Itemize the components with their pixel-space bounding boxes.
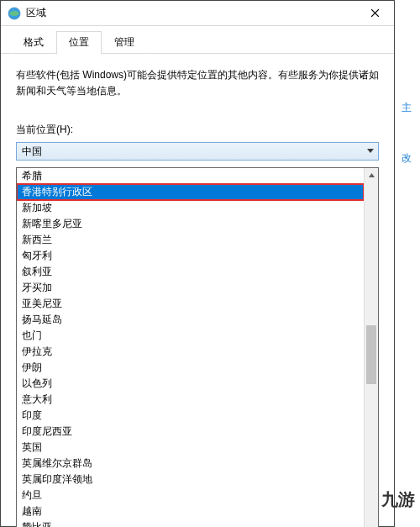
dropdown-item[interactable]: 香港特别行政区: [17, 184, 364, 200]
location-combobox[interactable]: 中国: [16, 142, 379, 161]
dropdown-item[interactable]: 英属印度洋领地: [17, 472, 364, 487]
dropdown-item[interactable]: 扬马延岛: [17, 312, 364, 328]
dropdown-item[interactable]: 牙买加: [17, 280, 364, 296]
globe-icon: [8, 7, 21, 20]
tab-label: 格式: [24, 36, 44, 48]
tab-format[interactable]: 格式: [11, 31, 56, 54]
dropdown-item[interactable]: 英属维尔京群岛: [17, 456, 364, 472]
dropdown-item[interactable]: 伊朗: [17, 360, 364, 376]
scrollbar[interactable]: [364, 168, 378, 527]
region-dialog: 区域 格式 位置 管理 有些软件(包括 Windows)可能会提供特定位置的其他…: [0, 0, 395, 527]
tab-label: 位置: [69, 36, 89, 48]
dropdown-item[interactable]: 赞比亚: [17, 519, 364, 527]
window-title: 区域: [26, 6, 356, 20]
dropdown-item[interactable]: 越南: [17, 503, 364, 519]
dropdown-item[interactable]: 亚美尼亚: [17, 296, 364, 312]
tab-location[interactable]: 位置: [56, 31, 102, 55]
bg-link-fragment: 改: [402, 151, 412, 166]
location-dropdown: 希腊香港特别行政区新加坡新喀里多尼亚新西兰匈牙利叙利亚牙买加亚美尼亚扬马延岛也门…: [16, 167, 379, 527]
background-window-strip: 主 改: [395, 0, 420, 527]
dropdown-item[interactable]: 也门: [17, 328, 364, 344]
dropdown-item[interactable]: 印度尼西亚: [17, 424, 364, 440]
tab-manage[interactable]: 管理: [102, 31, 147, 54]
chevron-down-icon: [363, 143, 378, 160]
close-button[interactable]: [356, 1, 394, 26]
scroll-thumb[interactable]: [366, 325, 376, 384]
current-location-label: 当前位置(H):: [16, 123, 379, 137]
dropdown-item[interactable]: 以色列: [17, 376, 364, 392]
dropdown-item[interactable]: 伊拉克: [17, 344, 364, 360]
dropdown-item[interactable]: 希腊: [17, 168, 364, 184]
dropdown-item[interactable]: 匈牙利: [17, 248, 364, 264]
description-text: 有些软件(包括 Windows)可能会提供特定位置的其他内容。有些服务为你提供诸…: [16, 67, 379, 99]
scroll-up-button[interactable]: [365, 168, 378, 182]
scroll-track[interactable]: [365, 182, 378, 527]
tabs: 格式 位置 管理: [1, 26, 394, 54]
tab-content: 有些软件(包括 Windows)可能会提供特定位置的其他内容。有些服务为你提供诸…: [1, 54, 394, 171]
dropdown-item[interactable]: 约旦: [17, 487, 364, 503]
dropdown-item[interactable]: 意大利: [17, 392, 364, 408]
brand-text: 九游: [381, 488, 415, 511]
dropdown-item[interactable]: 英国: [17, 440, 364, 456]
dropdown-item[interactable]: 叙利亚: [17, 264, 364, 280]
dropdown-list[interactable]: 希腊香港特别行政区新加坡新喀里多尼亚新西兰匈牙利叙利亚牙买加亚美尼亚扬马延岛也门…: [17, 168, 364, 527]
titlebar: 区域: [1, 1, 394, 26]
bg-link-fragment: 主: [402, 101, 412, 115]
dropdown-item[interactable]: 新喀里多尼亚: [17, 216, 364, 232]
combobox-value: 中国: [22, 145, 363, 159]
dropdown-item[interactable]: 印度: [17, 408, 364, 424]
dropdown-item[interactable]: 新西兰: [17, 232, 364, 248]
dropdown-item[interactable]: 新加坡: [17, 200, 364, 216]
tab-label: 管理: [114, 36, 134, 48]
